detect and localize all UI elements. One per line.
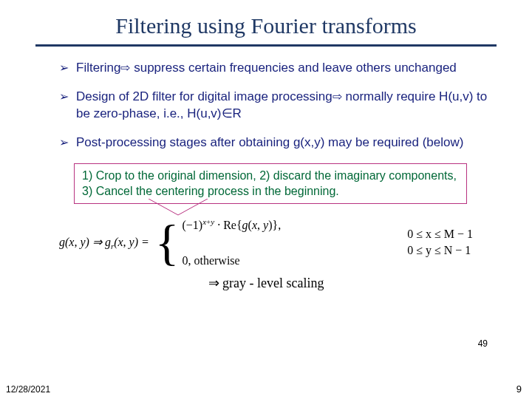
equation-case-bottom: 0, otherwise [182, 254, 281, 267]
bullet-list: ➢ Filtering⇨ suppress certain frequencie… [30, 60, 502, 151]
svg-line-1 [178, 199, 208, 215]
slide-title: Filtering using Fourier transforms [30, 13, 502, 44]
equation-lhs: g(x, y) ⇒ gr(x, y) = [59, 235, 149, 250]
chevron-right-icon: ➢ [59, 89, 69, 105]
range-y: 0 ≤ y ≤ N − 1 [407, 242, 473, 259]
bullet-item: ➢ Design of 2D filter for digital image … [59, 89, 488, 123]
bullet-pre: Design of 2D filter for digital image pr… [76, 89, 332, 103]
arrow-right-icon: ⇨ [332, 89, 342, 105]
svg-line-0 [149, 199, 178, 215]
bullet-post: suppress certain frequencies and leave o… [130, 61, 456, 75]
equation-case-top: (−1)x+y · Re{g(x, y)}, [182, 217, 281, 232]
range-x: 0 ≤ x ≤ M − 1 [407, 226, 473, 242]
footer-date: 12/28/2021 [6, 384, 50, 395]
arrow-right-icon: ⇨ [120, 60, 130, 76]
title-rule [35, 44, 497, 47]
bullet-pre: Post-processing stages after obtaining g… [76, 135, 463, 149]
bullet-item: ➢ Post-processing stages after obtaining… [59, 134, 488, 151]
inner-page-number: 49 [478, 338, 488, 349]
equation-ranges: 0 ≤ x ≤ M − 1 0 ≤ y ≤ N − 1 [407, 226, 473, 259]
chevron-right-icon: ➢ [59, 60, 69, 76]
bullet-pre: Filtering [76, 61, 120, 75]
callout-box: 1) Crop to the original dimension, 2) di… [74, 163, 467, 205]
brace-left-icon: { [155, 222, 180, 262]
callout-text: 1) Crop to the original dimension, 2) di… [82, 169, 457, 197]
chevron-right-icon: ➢ [59, 134, 69, 151]
bullet-text: Filtering⇨ suppress certain frequencies … [76, 60, 488, 77]
equation-block: g(x, y) ⇒ gr(x, y) = { (−1)x+y · Re{g(x,… [59, 217, 473, 291]
bullet-text: Design of 2D filter for digital image pr… [76, 89, 488, 123]
equation-gray-scaling: ⇒ gray - level scaling [59, 275, 473, 291]
footer-page-number: 9 [516, 383, 522, 395]
bullet-text: Post-processing stages after obtaining g… [76, 134, 488, 151]
bullet-item: ➢ Filtering⇨ suppress certain frequencie… [59, 60, 488, 77]
